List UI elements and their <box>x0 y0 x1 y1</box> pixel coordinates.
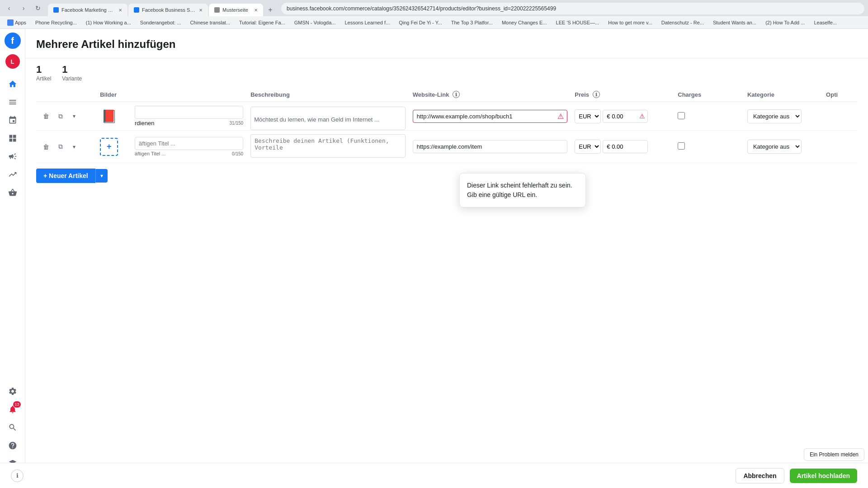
new-tab-button[interactable]: + <box>264 4 277 16</box>
report-problem-button[interactable]: Ein Problem melden <box>804 448 864 461</box>
bookmark-16[interactable]: Leaselfe... <box>810 19 840 26</box>
row2-category-select[interactable]: Kategorie aus <box>747 140 802 154</box>
tab-1-close[interactable]: ✕ <box>118 8 122 13</box>
sidebar-shop-icon[interactable] <box>5 184 21 201</box>
row1-url-input[interactable] <box>413 110 568 123</box>
col-header-options: Opti <box>822 87 857 102</box>
col-header-description: Beschreibung <box>247 87 409 102</box>
price-info-icon[interactable]: ℹ <box>593 91 600 98</box>
bookmark-15[interactable]: (2) How To Add ... <box>762 19 808 26</box>
bookmark-apps[interactable]: Apps <box>4 19 30 27</box>
sidebar-megaphone-icon[interactable] <box>5 148 21 164</box>
row2-charge-cell <box>674 131 744 163</box>
facebook-logo[interactable]: f <box>5 33 21 49</box>
table-row: 🗑 ⧉ ▾ 📕 <box>36 102 857 131</box>
row1-url-cell: ⚠ <box>409 102 571 131</box>
tooltip-text: Dieser Link scheint fehlerhaft zu sein. … <box>467 182 572 198</box>
variant-count-label: Variante <box>62 75 82 82</box>
bookmark-5[interactable]: Tutorial: Eigene Fa... <box>236 19 289 26</box>
sidebar-help-icon[interactable] <box>5 437 21 454</box>
row2-options <box>822 131 857 163</box>
bookmark-9[interactable]: The Top 3 Platfor... <box>448 19 496 26</box>
row1-dropdown-button[interactable]: ▾ <box>69 110 80 122</box>
row1-delete-button[interactable]: 🗑 <box>40 110 52 122</box>
upload-button[interactable]: Artikel hochladen <box>790 469 857 476</box>
sidebar-search-icon[interactable] <box>5 419 21 436</box>
address-bar[interactable]: business.facebook.com/commerce/catalogs/… <box>281 3 864 14</box>
row1-image: 📕 <box>96 102 131 131</box>
tab-1[interactable]: Facebook Marketing & Werbe... ✕ <box>48 4 127 16</box>
row1-charge-checkbox[interactable] <box>678 112 685 119</box>
row1-product-image: 📕 <box>100 107 118 125</box>
col-header-website-link: Website-Link ℹ <box>409 87 571 102</box>
row2-delete-button[interactable]: 🗑 <box>40 141 52 153</box>
row1-title-input[interactable] <box>135 106 243 119</box>
row1-description-cell: Möchtest du lernen, wie man Geld im Inte… <box>247 102 409 131</box>
row1-category-select[interactable]: Kategorie aus <box>747 109 802 123</box>
sidebar-settings-gear-icon[interactable] <box>5 383 21 399</box>
browser-refresh[interactable]: ↻ <box>33 3 43 14</box>
bookmark-8[interactable]: Qing Fei De Yi - Y... <box>395 19 446 26</box>
bookmark-2[interactable]: (1) How Working a... <box>82 19 135 26</box>
col-header-actions <box>36 87 96 102</box>
article-count-stat: 1 Artikel <box>36 64 51 82</box>
sidebar-home-icon[interactable] <box>5 76 21 92</box>
bookmark-14[interactable]: Student Wants an... <box>709 19 760 26</box>
bookmark-1[interactable]: Phone Recycling... <box>32 19 80 26</box>
website-link-info-icon[interactable]: ℹ <box>453 91 460 98</box>
bookmark-3[interactable]: Sonderangebot: ... <box>137 19 185 26</box>
cancel-button[interactable]: Abbrechen <box>736 468 784 476</box>
product-table: Bilder Beschreibung Website-Link ℹ <box>36 87 857 163</box>
bookmark-11[interactable]: LEE 'S HOUSE—... <box>552 19 603 26</box>
add-article-dropdown-button[interactable]: ▾ <box>95 169 108 183</box>
row1-currency-select[interactable]: EUR <box>575 109 601 123</box>
sidebar-menu-icon[interactable] <box>5 94 21 110</box>
bottom-right: Abbrechen Artikel hochladen <box>736 468 857 476</box>
user-avatar[interactable]: L <box>5 54 20 69</box>
sidebar-notifications-icon[interactable]: 13 <box>5 401 21 418</box>
row1-charge-cell <box>674 102 744 131</box>
sidebar-analytics-icon[interactable] <box>5 166 21 183</box>
bookmark-12[interactable]: How to get more v... <box>604 19 656 26</box>
tab-3-close[interactable]: ✕ <box>254 8 258 13</box>
notification-badge: 13 <box>13 401 20 408</box>
sidebar-pages-icon[interactable] <box>5 112 21 128</box>
sidebar-grid-icon[interactable] <box>5 130 21 146</box>
row2-title-input[interactable] <box>135 137 243 150</box>
row1-options <box>822 102 857 131</box>
bookmark-13[interactable]: Datenschutz - Re... <box>658 19 708 26</box>
col-header-category: Kategorie <box>744 87 822 102</box>
url-error-tooltip: Dieser Link scheint fehlerhaft zu sein. … <box>459 173 586 207</box>
tab-2[interactable]: Facebook Business Suite ✕ <box>128 4 208 16</box>
row2-actions: 🗑 ⧉ ▾ <box>36 131 96 163</box>
row2-dropdown-button[interactable]: ▾ <box>69 141 80 153</box>
browser-back[interactable]: ‹ <box>4 3 14 14</box>
add-article-button[interactable]: + Neuer Artikel <box>36 169 95 183</box>
bookmark-7[interactable]: Lessons Learned f... <box>341 19 393 26</box>
bookmark-6[interactable]: GMSN - Vologda... <box>291 19 340 26</box>
browser-forward[interactable]: › <box>18 3 29 14</box>
row2-charge-checkbox[interactable] <box>678 142 685 150</box>
row1-description-input[interactable] <box>250 107 406 130</box>
table-row: 🗑 ⧉ ▾ + <box>36 131 857 163</box>
row1-price-cell: EUR ⚠ <box>571 102 674 131</box>
table-container: Bilder Beschreibung Website-Link ℹ <box>25 87 868 163</box>
row2-url-input[interactable] <box>413 140 568 153</box>
bookmark-10[interactable]: Money Changes E... <box>498 19 551 26</box>
row2-currency-select[interactable]: EUR <box>575 140 601 154</box>
row2-add-image-button[interactable]: + <box>100 138 118 156</box>
row1-category-cell: Kategorie aus <box>744 102 822 131</box>
article-count-label: Artikel <box>36 75 51 82</box>
row2-title-cell: äftigen Titel ... 0/150 <box>131 131 247 163</box>
row1-actions: 🗑 ⧉ ▾ <box>36 102 96 131</box>
row2-description-input[interactable] <box>250 134 406 158</box>
tab-2-close[interactable]: ✕ <box>199 8 203 13</box>
row1-copy-button[interactable]: ⧉ <box>54 110 67 122</box>
row2-price-input[interactable] <box>603 140 648 153</box>
bookmark-4[interactable]: Chinese translat... <box>186 19 234 26</box>
tab-3[interactable]: Musterseite ✕ <box>209 4 263 16</box>
row2-copy-button[interactable]: ⧉ <box>54 141 67 153</box>
row1-url-warning-icon: ⚠ <box>557 112 564 121</box>
bottom-info-button[interactable]: ℹ <box>11 469 24 476</box>
col-header-price: Preis ℹ <box>571 87 674 102</box>
